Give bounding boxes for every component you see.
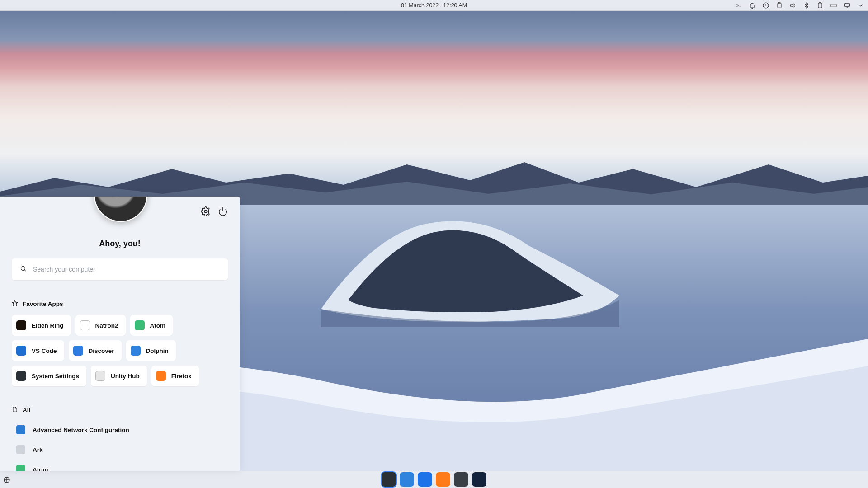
app-icon	[73, 346, 83, 356]
volume-icon[interactable]	[789, 2, 797, 9]
app-launcher-menu: Ahoy, you! Favorite Apps Elden RingNatro…	[0, 197, 240, 471]
power-button[interactable]	[218, 206, 228, 216]
greeting-text: Ahoy, you!	[12, 239, 228, 249]
app-icon	[131, 346, 141, 356]
favorite-app-label: Discover	[89, 347, 114, 354]
settings-button[interactable]	[201, 206, 211, 216]
app-icon	[16, 465, 25, 471]
svg-rect-6	[818, 3, 822, 8]
app-icon	[16, 320, 26, 330]
app-icon	[16, 371, 26, 381]
favorite-app-label: Natron2	[95, 322, 118, 329]
favorites-label: Favorite Apps	[23, 300, 63, 307]
all-app-advanced-network-configuration[interactable]: Advanced Network Configuration	[12, 421, 228, 438]
svg-point-15	[204, 210, 207, 213]
dock-item-files[interactable]	[418, 472, 432, 487]
bottom-panel	[0, 471, 868, 488]
clipboard-icon[interactable]	[776, 2, 783, 9]
all-app-atom[interactable]: Atom	[12, 461, 228, 471]
panel-date: 01 March 2022	[401, 2, 439, 9]
search-box[interactable]	[12, 258, 228, 280]
favorite-app-label: System Settings	[32, 373, 79, 380]
terminal-icon[interactable]	[735, 2, 742, 9]
svg-point-17	[21, 266, 25, 270]
favorite-app-vs-code[interactable]: VS Code	[12, 340, 64, 361]
dock-item-firefox[interactable]	[436, 472, 450, 487]
updates-icon[interactable]	[762, 2, 769, 9]
panel-time: 12:20 AM	[443, 2, 467, 9]
task-dock	[382, 472, 486, 487]
favorite-app-discover[interactable]: Discover	[69, 340, 122, 361]
favorites-grid: Elden RingNatron2AtomVS CodeDiscoverDolp…	[12, 315, 228, 386]
favorite-app-label: Unity Hub	[111, 373, 140, 380]
favorite-app-dolphin[interactable]: Dolphin	[126, 340, 176, 361]
app-icon	[16, 346, 26, 356]
chevron-down-icon[interactable]	[857, 2, 864, 9]
keyboard-icon[interactable]	[830, 2, 837, 9]
svg-rect-7	[820, 2, 821, 3]
all-section-header: All	[12, 406, 228, 414]
favorite-app-elden-ring[interactable]: Elden Ring	[12, 315, 71, 336]
svg-marker-19	[12, 300, 18, 305]
favorite-app-label: Elden Ring	[32, 322, 64, 329]
dock-item-steam[interactable]	[472, 472, 486, 487]
favorite-app-natron2[interactable]: Natron2	[75, 315, 126, 336]
top-panel: 01 March 2022 12:20 AM	[0, 0, 868, 11]
all-apps-list: Advanced Network ConfigurationArkAtom	[12, 421, 228, 471]
launcher-button[interactable]	[0, 471, 14, 488]
document-icon	[12, 406, 18, 414]
dock-item-system-monitor[interactable]	[382, 472, 396, 487]
all-app-label: Atom	[33, 466, 48, 471]
system-tray	[735, 0, 864, 11]
app-icon	[135, 320, 145, 330]
bluetooth-icon[interactable]	[803, 2, 810, 9]
favorite-app-label: Dolphin	[146, 347, 169, 354]
app-icon	[80, 320, 90, 330]
all-label: All	[23, 407, 30, 413]
favorite-app-label: Atom	[150, 322, 166, 329]
all-app-ark[interactable]: Ark	[12, 441, 228, 458]
favorite-app-firefox[interactable]: Firefox	[151, 366, 199, 386]
app-icon	[16, 425, 25, 434]
dock-item-dolphin[interactable]	[400, 472, 414, 487]
battery-icon[interactable]	[816, 2, 824, 9]
svg-rect-8	[831, 4, 836, 7]
favorites-section-header: Favorite Apps	[12, 300, 228, 308]
search-icon	[20, 265, 27, 274]
svg-rect-12	[845, 3, 850, 6]
dock-item-konsole[interactable]	[454, 472, 468, 487]
favorite-app-label: Firefox	[171, 373, 192, 380]
app-icon	[156, 371, 166, 381]
bell-icon[interactable]	[749, 2, 756, 9]
svg-line-18	[24, 270, 26, 271]
app-icon	[95, 371, 105, 381]
panel-clock[interactable]: 01 March 2022 12:20 AM	[401, 2, 467, 9]
all-app-label: Advanced Network Configuration	[33, 427, 129, 433]
favorite-app-unity-hub[interactable]: Unity Hub	[91, 366, 147, 386]
star-icon	[12, 300, 18, 308]
network-icon[interactable]	[844, 2, 851, 9]
search-input[interactable]	[33, 266, 220, 273]
app-icon	[16, 445, 25, 454]
all-app-label: Ark	[33, 446, 43, 453]
favorite-app-atom[interactable]: Atom	[130, 315, 173, 336]
favorite-app-label: VS Code	[32, 347, 57, 354]
wallpaper-island	[294, 205, 646, 327]
favorite-app-system-settings[interactable]: System Settings	[12, 366, 86, 386]
